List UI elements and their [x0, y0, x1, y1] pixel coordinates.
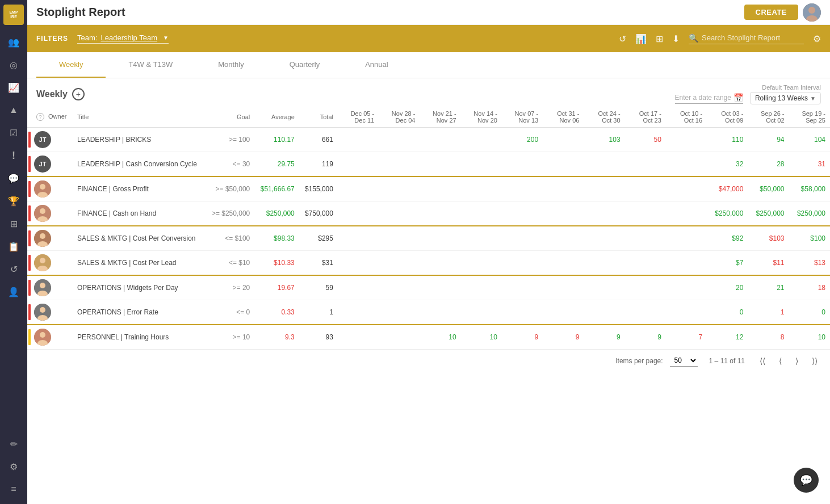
cell-oct24 — [584, 226, 624, 251]
goal-cell: <= 30 — [206, 152, 254, 177]
cell-nov14 — [461, 201, 502, 226]
tab-weekly[interactable]: Weekly — [36, 52, 106, 78]
cell-oct17 — [625, 300, 666, 325]
sidebar: EMPIRE 👥 ◎ 📈 ▲ ☑ ! 💬 🏆 ⊞ 📋 ↺ 👤 ✏ ⚙ ≡ — [0, 0, 27, 504]
sidebar-target-icon[interactable]: ◎ — [3, 54, 24, 75]
sidebar-list-icon[interactable]: ≡ — [3, 479, 24, 499]
cell-nov28 — [379, 300, 420, 325]
cell-oct10 — [666, 275, 707, 300]
user-avatar[interactable] — [803, 3, 821, 22]
table-row: PERSONNEL | Training Hours>= 109.3931010… — [27, 325, 830, 350]
goal-cell: >= 20 — [206, 275, 254, 300]
cell-dec05 — [338, 300, 379, 325]
total-cell: 119 — [299, 152, 338, 177]
sidebar-mountain-icon[interactable]: ▲ — [3, 100, 24, 120]
cell-oct03: 110 — [707, 128, 748, 152]
total-cell: 93 — [299, 325, 338, 350]
chat-button[interactable]: 💬 — [794, 468, 819, 493]
cell-nov07 — [502, 201, 543, 226]
pagination-bar: Items per page: 50 25 100 1 – 11 of 11 ⟨… — [27, 350, 830, 371]
col-goal-header: Goal — [206, 107, 254, 128]
title-cell: FINANCE | Cash on Hand — [73, 201, 206, 226]
cell-oct24 — [584, 177, 624, 201]
sidebar-edit-icon[interactable]: ✏ — [3, 434, 24, 454]
cell-oct31 — [543, 128, 584, 152]
cell-nov14 — [461, 300, 502, 325]
cell-nov21 — [420, 128, 460, 152]
cell-nov14 — [461, 128, 502, 152]
cell-dec05 — [338, 128, 379, 152]
tab-annual[interactable]: Annual — [342, 52, 410, 78]
create-button[interactable]: CREATE — [744, 5, 798, 20]
title-cell: FINANCE | Gross Profit — [73, 177, 206, 201]
svg-point-22 — [40, 332, 45, 338]
cell-oct17 — [625, 201, 666, 226]
items-per-page-select[interactable]: 50 25 100 — [670, 355, 698, 367]
cell-nov28 — [379, 226, 420, 251]
next-page-button[interactable]: ⟩ — [792, 355, 802, 367]
cell-oct31 — [543, 251, 584, 276]
sidebar-alert-icon[interactable]: ! — [3, 145, 24, 166]
col-oct10-header: Oct 10 -Oct 16 — [666, 107, 707, 128]
cell-nov14 — [461, 275, 502, 300]
filters-label: FILTERS — [36, 35, 68, 43]
cell-sep19: $13 — [789, 251, 830, 276]
team-filter[interactable]: Team: Leadership Team ▼ — [77, 33, 169, 44]
refresh-icon[interactable]: ↺ — [619, 33, 626, 44]
sidebar-refresh-icon[interactable]: ↺ — [3, 259, 24, 279]
goal-cell: >= 10 — [206, 325, 254, 350]
cell-nov21 — [420, 226, 460, 251]
date-range-placeholder: Enter a date range — [675, 94, 731, 102]
total-cell: 59 — [299, 275, 338, 300]
title-cell: SALES & MKTG | Cost Per Lead — [73, 251, 206, 276]
average-cell: 29.75 — [254, 152, 299, 177]
svg-point-4 — [40, 184, 45, 190]
cell-oct17 — [625, 275, 666, 300]
interval-selector[interactable]: Rolling 13 Weeks ▼ — [750, 92, 821, 104]
col-title-header: Title — [73, 107, 206, 128]
team-dropdown-arrow[interactable]: ▼ — [163, 35, 169, 41]
owner-cell — [27, 300, 73, 325]
col-sep26-header: Sep 26 -Oct 02 — [748, 107, 789, 128]
prev-page-button[interactable]: ⟨ — [775, 355, 785, 367]
sidebar-settings-icon[interactable]: ⚙ — [3, 456, 24, 477]
tab-t4w[interactable]: T4W & T13W — [106, 52, 195, 78]
sidebar-report-icon[interactable]: 📋 — [3, 236, 24, 257]
grid-icon[interactable]: ⊞ — [656, 33, 663, 44]
add-metric-button[interactable]: + — [72, 88, 85, 100]
average-cell: $10.33 — [254, 251, 299, 276]
page-title: Stoplight Report — [36, 6, 125, 19]
filter-bar: FILTERS Team: Leadership Team ▼ ↺ 📊 ⊞ ⬇ … — [27, 25, 830, 52]
settings-gear-icon[interactable]: ⚙ — [813, 33, 821, 44]
tab-quarterly[interactable]: Quarterly — [267, 52, 342, 78]
average-cell: 9.3 — [254, 325, 299, 350]
tab-monthly[interactable]: Monthly — [195, 52, 267, 78]
search-input[interactable] — [702, 33, 804, 42]
table-row: OPERATIONS | Widgets Per Day>= 2019.6759… — [27, 275, 830, 300]
sidebar-messages-icon[interactable]: 💬 — [3, 168, 24, 188]
sidebar-checklist-icon[interactable]: ☑ — [3, 123, 24, 143]
owner-cell — [27, 251, 73, 276]
owner-cell — [27, 275, 73, 300]
sidebar-people-icon[interactable]: 👥 — [3, 32, 24, 52]
cell-nov07 — [502, 226, 543, 251]
calendar-icon[interactable]: 📅 — [733, 93, 743, 102]
first-page-button[interactable]: ⟨⟨ — [756, 355, 769, 367]
sidebar-org-icon[interactable]: ⊞ — [3, 213, 24, 234]
bar-chart-icon[interactable]: 📊 — [635, 33, 647, 44]
col-nov07-header: Nov 07 -Nov 13 — [502, 107, 543, 128]
col-nov14-header: Nov 14 -Nov 20 — [461, 107, 502, 128]
owner-cell — [27, 226, 73, 251]
owner-avatar — [34, 230, 51, 247]
sidebar-trophy-icon[interactable]: 🏆 — [3, 191, 24, 211]
cell-dec05 — [338, 275, 379, 300]
average-cell: $250,000 — [254, 201, 299, 226]
download-icon[interactable]: ⬇ — [672, 33, 680, 44]
goal-cell: <= 0 — [206, 300, 254, 325]
title-cell: SALES & MKTG | Cost Per Conversion — [73, 226, 206, 251]
svg-point-19 — [40, 307, 45, 313]
sidebar-chart-icon[interactable]: 📈 — [3, 77, 24, 98]
sidebar-contact-icon[interactable]: 👤 — [3, 282, 24, 302]
metrics-table: ? Owner Title Goal Average Total Dec 05 … — [27, 107, 830, 350]
last-page-button[interactable]: ⟩⟩ — [808, 355, 821, 367]
